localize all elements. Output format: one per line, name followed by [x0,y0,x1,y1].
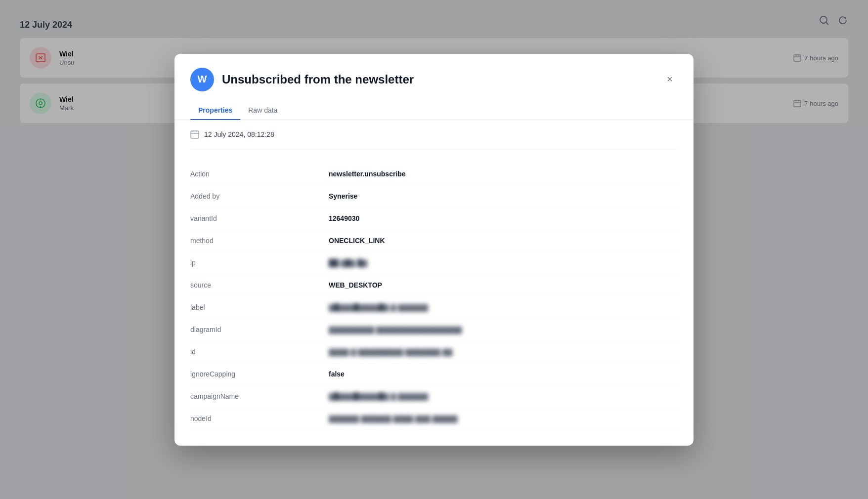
prop-value: ▓▓▓▓ ▓ ▓▓▓▓▓▓▓▓▓ ▓▓▓▓▓▓▓ ▓▓ [329,348,452,356]
tab-properties[interactable]: Properties [190,101,240,120]
close-button[interactable]: × [662,72,678,87]
tab-raw-data[interactable]: Raw data [240,101,285,120]
prop-row: campaignName▓█▓▓▓█▓▓▓▓█▓ ▓ ▓▓▓▓▓▓ [190,385,678,408]
prop-key: variantId [190,214,329,222]
properties-table: Actionnewsletter.unsubscribeAdded bySyne… [190,163,678,430]
prop-value: Synerise [329,192,357,200]
prop-row: methodONECLICK_LINK [190,230,678,252]
prop-key: nodeId [190,415,329,422]
prop-row: variantId12649030 [190,208,678,230]
prop-row: ignoreCappingfalse [190,363,678,385]
modal-title: Unsubscribed from the newsletter [222,73,654,86]
prop-key: diagramId [190,326,329,333]
prop-value: ▓█▓▓▓█▓▓▓▓█▓ ▓ ▓▓▓▓▓▓ [329,392,428,400]
prop-row: sourceWEB_DESKTOP [190,274,678,296]
prop-value: ██ ▓█▓ █▓ [329,259,367,267]
prop-row: diagramId▓▓▓▓▓▓▓▓▓ ▓▓▓▓▓▓▓▓▓▓▓▓▓▓▓▓▓ [190,319,678,341]
prop-row: id▓▓▓▓ ▓ ▓▓▓▓▓▓▓▓▓ ▓▓▓▓▓▓▓ ▓▓ [190,341,678,363]
modal-body: 12 July 2024, 08:12:28 Actionnewsletter.… [174,120,694,446]
calendar-icon [190,130,199,139]
prop-row: nodeId▓▓▓▓▓▓ ▓▓▓▓▓▓ ▓▓▓▓ ▓▓▓ ▓▓▓▓▓ [190,408,678,430]
svg-rect-17 [191,131,199,138]
tabs-bar: Properties Raw data [174,101,694,120]
prop-value: ONECLICK_LINK [329,237,385,245]
prop-value: ▓▓▓▓▓▓ ▓▓▓▓▓▓ ▓▓▓▓ ▓▓▓ ▓▓▓▓▓ [329,415,458,422]
prop-value: ▓█▓▓▓█▓▓▓▓█▓ ▓ ▓▓▓▓▓▓ [329,303,428,311]
prop-value: WEB_DESKTOP [329,281,382,289]
modal-header: W Unsubscribed from the newsletter × [174,54,694,101]
timestamp-row: 12 July 2024, 08:12:28 [190,130,678,149]
modal-overlay: W Unsubscribed from the newsletter × Pro… [0,0,868,499]
prop-row: Actionnewsletter.unsubscribe [190,163,678,185]
prop-key: label [190,303,329,311]
prop-value: 12649030 [329,214,359,222]
prop-row: label▓█▓▓▓█▓▓▓▓█▓ ▓ ▓▓▓▓▓▓ [190,296,678,319]
prop-row: ip██ ▓█▓ █▓ [190,252,678,274]
prop-key: Added by [190,192,329,200]
prop-key: id [190,348,329,356]
prop-key: method [190,237,329,245]
prop-key: campaignName [190,392,329,400]
prop-value: ▓▓▓▓▓▓▓▓▓ ▓▓▓▓▓▓▓▓▓▓▓▓▓▓▓▓▓ [329,326,462,333]
modal: W Unsubscribed from the newsletter × Pro… [174,54,694,446]
avatar: W [190,68,214,91]
prop-value: newsletter.unsubscribe [329,170,406,178]
prop-value: false [329,370,345,378]
prop-key: ignoreCapping [190,370,329,378]
timestamp-text: 12 July 2024, 08:12:28 [204,130,274,138]
prop-row: Added bySynerise [190,185,678,208]
prop-key: Action [190,170,329,178]
prop-key: source [190,281,329,289]
prop-key: ip [190,259,329,267]
